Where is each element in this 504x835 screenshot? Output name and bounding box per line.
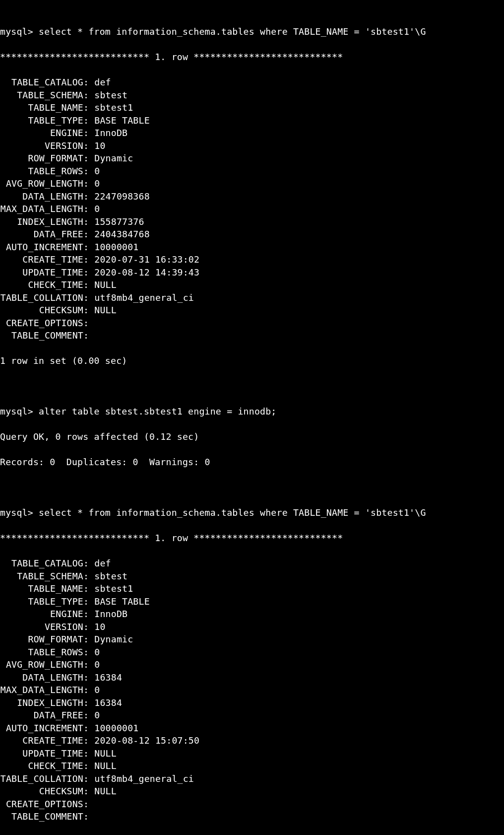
result-value: sbtest — [94, 570, 504, 583]
result-row: TABLE_ROWS: 0 — [0, 165, 504, 178]
result-value: BASE TABLE — [94, 114, 504, 127]
result-value: 2247098368 — [94, 190, 504, 203]
result-value: 2404384768 — [94, 228, 504, 241]
result-row: TABLE_NAME: sbtest1 — [0, 582, 504, 595]
result-value — [94, 329, 504, 342]
result-value: BASE TABLE — [94, 595, 504, 608]
result-key: TABLE_TYPE — [0, 595, 83, 608]
result-key: AUTO_INCREMENT — [0, 241, 83, 254]
result-key: TABLE_SCHEMA — [0, 570, 83, 583]
result-row: TABLE_CATALOG: def — [0, 76, 504, 89]
terminal-output[interactable]: mysql> select * from information_schema.… — [0, 0, 504, 835]
colon-separator: : — [83, 633, 94, 646]
result-value: 10000001 — [94, 722, 504, 735]
result-key: CHECK_TIME — [0, 278, 83, 291]
result-value — [94, 810, 504, 823]
colon-separator: : — [83, 114, 94, 127]
colon-separator: : — [83, 139, 94, 152]
result-value: sbtest — [94, 89, 504, 102]
result-key: VERSION — [0, 621, 83, 633]
result-row: CHECK_TIME: NULL — [0, 278, 504, 291]
colon-separator: : — [83, 278, 94, 291]
result-block-2: TABLE_CATALOG: defTABLE_SCHEMA: sbtestTA… — [0, 557, 504, 823]
colon-separator: : — [83, 772, 94, 785]
result-row: CREATE_TIME: 2020-08-12 15:07:50 — [0, 734, 504, 747]
colon-separator: : — [83, 696, 94, 709]
colon-separator: : — [83, 810, 94, 823]
blank-line — [0, 380, 504, 393]
result-key: TABLE_COLLATION — [0, 291, 83, 304]
colon-separator: : — [83, 621, 94, 633]
colon-separator: : — [83, 215, 94, 228]
result-key: ENGINE — [0, 127, 83, 139]
result-key: INDEX_LENGTH — [0, 215, 83, 228]
result-key: DATA_LENGTH — [0, 671, 83, 684]
result-key: ENGINE — [0, 608, 83, 621]
result-row: TABLE_COLLATION: utf8mb4_general_ci — [0, 772, 504, 785]
result-key: DATA_FREE — [0, 228, 83, 241]
result-key: VERSION — [0, 139, 83, 152]
colon-separator: : — [83, 734, 94, 747]
result-value: 0 — [94, 203, 504, 215]
result-row: UPDATE_TIME: 2020-08-12 14:39:43 — [0, 266, 504, 279]
colon-separator: : — [83, 329, 94, 342]
result-value: def — [94, 76, 504, 89]
result-key: CREATE_TIME — [0, 253, 83, 266]
colon-separator: : — [83, 570, 94, 583]
result-key: ROW_FORMAT — [0, 152, 83, 165]
result-value: NULL — [94, 785, 504, 798]
result-value: 0 — [94, 646, 504, 659]
result-value: 0 — [94, 709, 504, 722]
result-row: VERSION: 10 — [0, 621, 504, 633]
result-value — [94, 317, 504, 330]
result-value: 0 — [94, 684, 504, 696]
result-key: DATA_FREE — [0, 709, 83, 722]
result-row: ROW_FORMAT: Dynamic — [0, 633, 504, 646]
colon-separator: : — [83, 595, 94, 608]
result-value: 2020-08-12 15:07:50 — [94, 734, 504, 747]
result-row: TABLE_ROWS: 0 — [0, 646, 504, 659]
alter-result-line-1: Query OK, 0 rows affected (0.12 sec) — [0, 430, 504, 443]
result-key: ROW_FORMAT — [0, 633, 83, 646]
result-value: 10 — [94, 621, 504, 633]
result-row: ENGINE: InnoDB — [0, 608, 504, 621]
result-row: INDEX_LENGTH: 16384 — [0, 696, 504, 709]
result-row: TABLE_COLLATION: utf8mb4_general_ci — [0, 291, 504, 304]
colon-separator: : — [83, 152, 94, 165]
result-row: AVG_ROW_LENGTH: 0 — [0, 658, 504, 671]
result-value: Dynamic — [94, 152, 504, 165]
result-row: TABLE_SCHEMA: sbtest — [0, 570, 504, 583]
result-row: TABLE_COMMENT: — [0, 329, 504, 342]
colon-separator: : — [83, 76, 94, 89]
colon-separator: : — [83, 228, 94, 241]
result-key: TABLE_CATALOG — [0, 557, 83, 570]
colon-separator: : — [83, 190, 94, 203]
colon-separator: : — [83, 165, 94, 178]
result-block-1: TABLE_CATALOG: defTABLE_SCHEMA: sbtestTA… — [0, 76, 504, 342]
result-key: AVG_ROW_LENGTH — [0, 177, 83, 190]
colon-separator: : — [83, 646, 94, 659]
colon-separator: : — [83, 304, 94, 317]
colon-separator: : — [83, 253, 94, 266]
result-row: TABLE_TYPE: BASE TABLE — [0, 114, 504, 127]
result-row: MAX_DATA_LENGTH: 0 — [0, 684, 504, 696]
result-row: AVG_ROW_LENGTH: 0 — [0, 177, 504, 190]
result-value: NULL — [94, 278, 504, 291]
result-value: utf8mb4_general_ci — [94, 291, 504, 304]
colon-separator: : — [83, 582, 94, 595]
colon-separator: : — [83, 722, 94, 735]
colon-separator: : — [83, 747, 94, 760]
colon-separator: : — [83, 241, 94, 254]
row-separator-2: *************************** 1. row *****… — [0, 532, 504, 545]
result-value — [94, 798, 504, 811]
result-row: AUTO_INCREMENT: 10000001 — [0, 722, 504, 735]
colon-separator: : — [83, 658, 94, 671]
result-row: TABLE_TYPE: BASE TABLE — [0, 595, 504, 608]
result-key: CHECKSUM — [0, 785, 83, 798]
set-summary-1: 1 row in set (0.00 sec) — [0, 354, 504, 367]
result-row: DATA_LENGTH: 2247098368 — [0, 190, 504, 203]
query-line-1: mysql> select * from information_schema.… — [0, 25, 504, 38]
colon-separator: : — [83, 127, 94, 139]
result-row: CHECKSUM: NULL — [0, 304, 504, 317]
result-value: 10 — [94, 139, 504, 152]
